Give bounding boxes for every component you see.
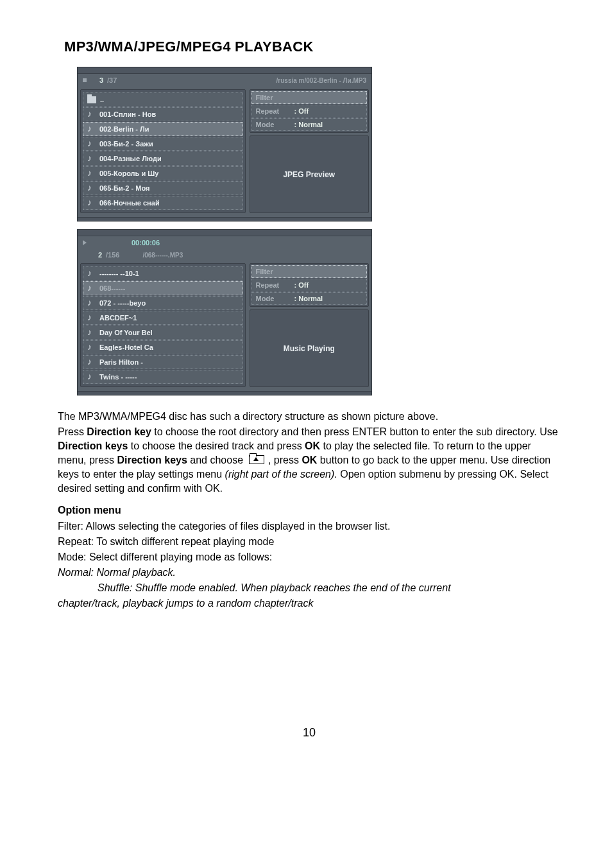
text: and choose (187, 455, 246, 465)
panes: -------- --10-1 068------ 072 - -----bey… (78, 261, 371, 391)
list-item[interactable]: Twins - ----- (83, 370, 243, 384)
list-item[interactable]: 066-Ночные снай (83, 196, 243, 210)
mode-label: Mode (256, 121, 294, 128)
folder-up-icon (87, 96, 96, 103)
music-note-icon (87, 270, 96, 278)
text: to choose the desired track and press (128, 440, 305, 451)
music-note-icon (87, 125, 96, 134)
text-bold: Direction key (87, 426, 151, 437)
bottom-strip (78, 217, 371, 221)
options-box[interactable]: Filter Repeat : Off Mode : Normal (250, 263, 369, 307)
player-window-1: 3 /37 /russia m/002-Berlin - Ли.MP3 .. 0… (77, 67, 372, 221)
repeat-option[interactable]: Repeat : Off (251, 105, 367, 117)
list-item[interactable]: Day Of Your Bel (83, 326, 243, 340)
repeat-option[interactable]: Repeat : Off (251, 279, 367, 291)
side-pane: Filter Repeat : Off Mode : Normal JPEG P… (250, 89, 369, 213)
file-label: Day Of Your Bel (99, 329, 153, 336)
track-number: 3 (93, 76, 103, 84)
text: Press (58, 426, 87, 437)
list-item[interactable]: Paris Hilton - (83, 355, 243, 369)
preview-label: JPEG Preview (283, 170, 335, 179)
file-label: 005-Король и Шу (99, 169, 158, 177)
option-mode: Mode: Select different playing mode as f… (58, 550, 561, 564)
option-heading: Option menu (58, 503, 561, 517)
mode-label: Mode (256, 295, 294, 302)
text-bold: OK (302, 455, 317, 465)
bottom-strip (78, 391, 371, 395)
repeat-label: Repeat (256, 281, 294, 289)
paragraph-line: The MP3/WMA/MPEG4 disc has such a direct… (58, 410, 561, 424)
music-note-icon (87, 373, 96, 381)
list-item[interactable]: 065-Би-2 - Моя (83, 181, 243, 195)
folder-up-row[interactable]: .. (83, 92, 243, 107)
text-bold: Direction keys (117, 455, 187, 465)
music-note-icon (87, 358, 96, 367)
text-bold: Direction keys (58, 440, 128, 451)
music-note-icon (87, 140, 96, 148)
list-item[interactable]: ABCDEF~1 (83, 311, 243, 325)
file-label: ABCDEF~1 (99, 314, 137, 322)
file-label: -------- --10-1 (99, 270, 139, 277)
panes: .. 001-Сплин - Нов 002-Berlin - Ли 003-Б… (78, 87, 371, 217)
filter-label: Filter (256, 94, 294, 101)
music-note-icon (87, 329, 96, 337)
list-item[interactable]: 002-Berlin - Ли (83, 122, 243, 136)
text: , press (266, 455, 302, 465)
filter-label: Filter (256, 268, 294, 275)
repeat-value: : Off (294, 281, 309, 289)
elapsed-time: 00:00:06 (132, 239, 160, 247)
file-label: 068------ (99, 284, 125, 292)
list-item[interactable]: Eagles-Hotel Ca (83, 340, 243, 354)
page: MP3/WMA/JPEG/MPEG4 PLAYBACK 3 /37 /russi… (0, 0, 612, 765)
music-note-icon (87, 284, 96, 293)
list-item[interactable]: 003-Би-2 - Зажи (83, 137, 243, 151)
mode-option[interactable]: Mode : Normal (251, 292, 367, 305)
info-bar: 00:00:06 (78, 236, 371, 249)
file-label: 003-Би-2 - Зажи (99, 140, 153, 148)
titlebar (78, 67, 371, 74)
preview-box: JPEG Preview (250, 135, 369, 213)
track-number: 2 (92, 251, 102, 259)
file-path: /068------.MP3 (142, 252, 183, 259)
file-path: /russia m/002-Berlin - Ли.MP3 (276, 77, 366, 84)
page-number: 10 (58, 726, 561, 740)
player-window-2: 00:00:06 2 /156 /068------.MP3 -------- … (77, 229, 372, 395)
paragraph-line: Press Direction key to choose the root d… (58, 425, 561, 496)
option-normal: Normal: Normal playback. (58, 566, 561, 580)
track-total: /156 (106, 251, 119, 259)
file-label: 001-Сплин - Нов (99, 110, 156, 118)
list-item[interactable]: 068------ (83, 281, 243, 295)
options-box[interactable]: Filter Repeat : Off Mode : Normal (250, 89, 369, 133)
option-filter: Filter: Allows selecting the categories … (58, 519, 561, 534)
text: to choose the root directory and then pr… (151, 426, 558, 437)
mode-value: : Normal (294, 295, 323, 302)
list-item[interactable]: -------- --10-1 (83, 266, 243, 281)
file-list[interactable]: -------- --10-1 068------ 072 - -----bey… (80, 263, 246, 387)
music-note-icon (87, 169, 96, 178)
list-item[interactable]: 004-Разные Люди (83, 152, 243, 166)
titlebar (78, 230, 371, 236)
file-list[interactable]: .. 001-Сплин - Нов 002-Berlin - Ли 003-Б… (80, 89, 246, 213)
option-shuffle-1: Shuffle: Shuffle mode enabled. When play… (98, 581, 561, 595)
music-note-icon (87, 155, 96, 163)
list-item[interactable]: 072 - -----beyo (83, 296, 243, 310)
file-label: 002-Berlin - Ли (99, 125, 149, 133)
option-shuffle-2: chapter/track, playback jumps to a rando… (58, 596, 561, 611)
text-italic: (right part of the screen). (225, 469, 337, 480)
filter-option[interactable]: Filter (251, 265, 367, 278)
music-note-icon (87, 343, 96, 352)
text-bold: OK (305, 440, 320, 451)
repeat-label: Repeat (256, 107, 294, 115)
music-note-icon (87, 199, 96, 207)
preview-label: Music Playing (284, 344, 335, 353)
file-label: Twins - ----- (99, 373, 137, 381)
list-item[interactable]: 005-Король и Шу (83, 166, 243, 180)
mode-option[interactable]: Mode : Normal (251, 118, 367, 131)
preview-box: Music Playing (250, 309, 369, 387)
folder-up-icon (249, 455, 264, 464)
music-note-icon (87, 110, 96, 119)
music-note-icon (87, 184, 96, 193)
music-note-icon (87, 299, 96, 308)
filter-option[interactable]: Filter (251, 91, 367, 104)
list-item[interactable]: 001-Сплин - Нов (83, 107, 243, 121)
